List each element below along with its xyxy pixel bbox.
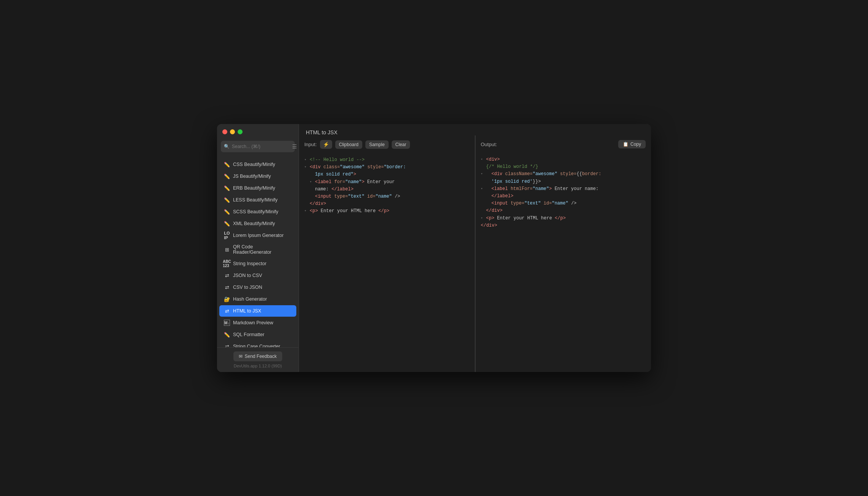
output-code-area: ▾ <div> {/* Hello world */} ▾ <div: [476, 152, 651, 372]
window-title: HTML to JSX: [299, 124, 651, 135]
json-to-csv-icon: ⇄: [224, 272, 230, 279]
code-text: <input type="text" id="name" />: [315, 193, 400, 200]
code-text: 1px solid red">: [315, 171, 356, 178]
lightning-button[interactable]: ⚡: [320, 140, 332, 149]
sample-button[interactable]: Sample: [365, 140, 389, 149]
xml-beautify-icon: ✏️: [224, 221, 230, 227]
fold-arrow: ▾: [481, 216, 485, 221]
maximize-button[interactable]: [238, 129, 243, 134]
sidebar-item-markdown-preview[interactable]: M↓ Markdown Preview: [219, 317, 296, 329]
copy-icon: 📋: [623, 142, 628, 147]
output-label: Output:: [481, 142, 497, 147]
clipboard-label: Clipboard: [339, 142, 358, 147]
output-panel: Output: 📋 Copy ▾ <div> {: [476, 135, 651, 372]
input-code-area[interactable]: ▾ <!-- Hello world --> ▾ <div class="awe…: [299, 153, 475, 372]
code-line: ▾ <!-- Hello world -->: [304, 156, 469, 164]
code-text: </div>: [486, 207, 503, 214]
sidebar-item-erb-beautify[interactable]: ✏️ ERB Beautify/Minify: [219, 182, 296, 194]
fold-arrow: ▾: [304, 157, 308, 163]
erb-beautify-icon: ✏️: [224, 185, 230, 191]
code-line: ▾ <div className="awesome" style={{borde…: [481, 171, 646, 178]
code-line: ▾ <label for="name"> Enter your: [304, 179, 469, 186]
qr-code-icon: ⊞: [224, 246, 230, 253]
sidebar-item-label: Hash Generator: [233, 296, 267, 302]
sidebar-item-scss-beautify[interactable]: ✏️ SCSS Beautify/Minify: [219, 206, 296, 217]
code-text: </div>: [310, 200, 326, 208]
fold-arrow: ▾: [304, 164, 308, 170]
settings-button[interactable]: ☰: [291, 143, 298, 150]
css-beautify-icon: ✏️: [224, 161, 230, 167]
clear-label: Clear: [395, 142, 407, 147]
input-panel-header: Input: ⚡ Clipboard Sample Clear: [299, 140, 475, 153]
code-text: {/* Hello world */}: [486, 163, 538, 171]
fold-arrow: ▾: [481, 157, 485, 162]
code-line: </label>: [481, 193, 646, 200]
sidebar-item-string-case[interactable]: ⇄ String Case Converter: [219, 341, 296, 347]
sidebar-item-label: CSV to JSON: [233, 285, 262, 290]
code-text: <label for="name"> Enter your: [315, 179, 395, 186]
code-line: <input type="text" id="name" />: [304, 193, 469, 200]
sidebar: 🔍 ☰ ✏️ CSS Beautify/Minify ✏️ JS Beautif…: [217, 124, 299, 372]
code-comment: <!-- Hello world -->: [310, 156, 365, 164]
code-line: ▾ <p> Enter your HTML here </p>: [481, 215, 646, 222]
sidebar-item-less-beautify[interactable]: ✏️ LESS Beautify/Minify: [219, 194, 296, 206]
sidebar-item-xml-beautify[interactable]: ✏️ XML Beautify/Minify: [219, 218, 296, 229]
string-case-icon: ⇄: [224, 343, 230, 347]
scss-beautify-icon: ✏️: [224, 209, 230, 215]
code-line: ▾ <div>: [481, 156, 646, 163]
code-line: </div>: [481, 222, 646, 229]
search-bar: 🔍 ☰: [221, 141, 295, 152]
sidebar-item-label: String Case Converter: [233, 344, 280, 347]
sidebar-item-label: LESS Beautify/Minify: [233, 197, 278, 203]
sidebar-item-lorem-ipsum[interactable]: LOIP Lorem Ipsum Generator: [219, 230, 296, 241]
code-line: ▾ <p> Enter your HTML here </p>: [304, 208, 469, 215]
code-text: </label>: [492, 193, 514, 200]
app-window: 🔍 ☰ ✏️ CSS Beautify/Minify ✏️ JS Beautif…: [217, 124, 651, 372]
output-panel-header: Output: 📋 Copy: [476, 140, 651, 152]
csv-to-json-icon: ⇄: [224, 284, 230, 290]
sidebar-item-label: SCSS Beautify/Minify: [233, 209, 278, 214]
code-line: 1px solid red">: [304, 171, 469, 178]
minimize-button[interactable]: [230, 129, 235, 134]
send-feedback-button[interactable]: ✉ Send Feedback: [233, 351, 282, 361]
sidebar-item-label: CSS Beautify/Minify: [233, 162, 275, 167]
code-text: '1px solid red'}}>: [492, 178, 541, 185]
sidebar-item-csv-to-json[interactable]: ⇄ CSV to JSON: [219, 282, 296, 293]
clipboard-button[interactable]: Clipboard: [335, 140, 362, 149]
input-panel: Input: ⚡ Clipboard Sample Clear: [299, 135, 475, 372]
code-text: <input type="text" id="name" />: [492, 200, 577, 207]
clear-button[interactable]: Clear: [392, 140, 410, 149]
sample-label: Sample: [369, 142, 385, 147]
tool-area: Input: ⚡ Clipboard Sample Clear: [299, 135, 651, 372]
search-input[interactable]: [232, 144, 289, 149]
feedback-icon: ✉: [239, 354, 243, 359]
app-body: 🔍 ☰ ✏️ CSS Beautify/Minify ✏️ JS Beautif…: [217, 124, 651, 372]
sidebar-item-html-to-jsx[interactable]: ⇄ HTML to JSX: [219, 305, 296, 317]
sidebar-list: ✏️ CSS Beautify/Minify ✏️ JS Beautify/Mi…: [217, 157, 299, 347]
code-line: {/* Hello world */}: [481, 163, 646, 171]
code-line: </div>: [481, 207, 646, 214]
code-text: <p> Enter your HTML here </p>: [486, 215, 566, 222]
sidebar-item-sql-formatter[interactable]: ✏️ SQL Formatter: [219, 329, 296, 340]
markdown-preview-icon: M↓: [224, 320, 230, 326]
fold-arrow: ▾: [481, 171, 485, 177]
code-text: <div class="awesome" style="border:: [310, 164, 406, 171]
sidebar-item-label: Lorem Ipsum Generator: [233, 233, 284, 238]
sidebar-item-string-inspector[interactable]: ABC123 String Inspector: [219, 258, 296, 269]
code-text: </div>: [481, 222, 497, 229]
copy-button[interactable]: 📋 Copy: [618, 140, 646, 148]
lorem-ipsum-icon: LOIP: [224, 232, 230, 238]
sidebar-item-qr-code[interactable]: ⊞ QR Code Reader/Generator: [219, 242, 296, 258]
sidebar-item-json-to-csv[interactable]: ⇄ JSON to CSV: [219, 270, 296, 281]
fold-arrow: ▾: [304, 208, 308, 214]
sidebar-item-css-beautify[interactable]: ✏️ CSS Beautify/Minify: [219, 159, 296, 170]
sidebar-item-label: XML Beautify/Minify: [233, 221, 275, 226]
close-button[interactable]: [222, 129, 227, 134]
sidebar-item-label: JSON to CSV: [233, 273, 262, 278]
sidebar-item-label: HTML to JSX: [233, 308, 261, 314]
sidebar-item-hash-generator[interactable]: 🔐 Hash Generator: [219, 293, 296, 305]
code-line: </div>: [304, 200, 469, 208]
html-to-jsx-icon: ⇄: [224, 308, 230, 314]
sidebar-item-js-beautify[interactable]: ✏️ JS Beautify/Minify: [219, 171, 296, 182]
code-line: ▾ <div class="awesome" style="border:: [304, 164, 469, 171]
